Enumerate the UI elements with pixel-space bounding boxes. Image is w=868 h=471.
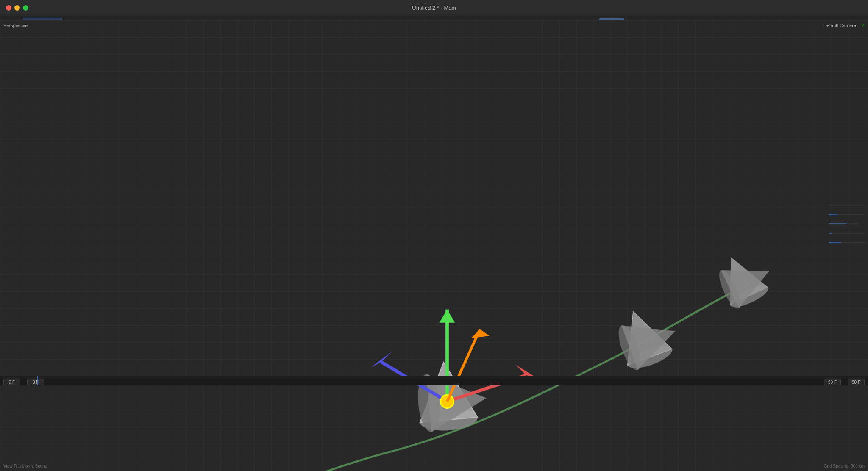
bottom-radius-fill — [829, 214, 837, 215]
height-slider[interactable] — [829, 223, 859, 224]
svg-marker-37 — [471, 329, 489, 338]
viewport-column: View Cameras Display Options Filter Pane… — [14, 44, 548, 364]
svg-marker-32 — [439, 310, 455, 323]
start-frame-input[interactable] — [3, 379, 20, 385]
height-seg-slider[interactable] — [829, 233, 865, 234]
close-button[interactable] — [6, 5, 11, 11]
frame-input-2[interactable] — [27, 379, 44, 385]
bottom-radius-slider[interactable] — [829, 214, 865, 215]
content-area: ↖ ✛ ⊕ ↺ ⤡ ✥ ⊹ ✏ □ △ View Cameras Display… — [0, 44, 868, 364]
fullscreen-button[interactable] — [23, 5, 28, 11]
spline-path — [105, 283, 548, 364]
height-seg-fill — [829, 233, 832, 234]
frame-labels-bar — [0, 379, 868, 385]
playhead — [37, 376, 38, 385]
viewport-3d-scene — [14, 44, 548, 364]
viewport-canvas[interactable]: Perspective Default Camera Y — [14, 44, 548, 364]
top-radius-slider[interactable] — [829, 205, 865, 206]
minimize-button[interactable] — [14, 5, 20, 11]
end-frame-input-2[interactable] — [848, 379, 865, 385]
rot-seg-fill — [829, 242, 841, 243]
height-fill — [829, 223, 847, 224]
titlebar: Untitled 2 * - Main — [0, 0, 868, 16]
window-title: Untitled 2 * - Main — [412, 5, 456, 11]
rot-seg-slider[interactable] — [829, 242, 865, 243]
cone-obj-3-group — [371, 310, 537, 364]
end-frame-input[interactable] — [824, 379, 841, 385]
window-controls[interactable] — [6, 5, 28, 11]
svg-line-33 — [381, 362, 447, 364]
timeline-ruler[interactable]: 0 10 20 30 40 50 60 75 80 85 90 — [0, 376, 868, 385]
